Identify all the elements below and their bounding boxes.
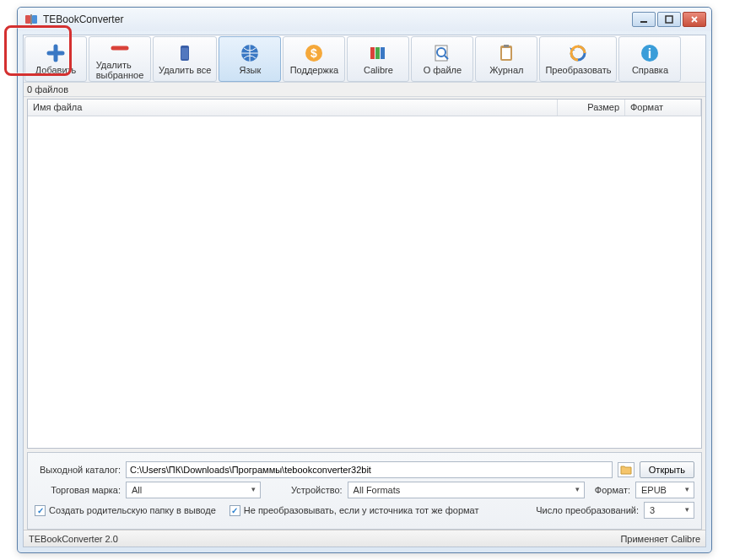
threads-select[interactable]: 3 [644, 502, 694, 519]
btn-label: Преобразовать [545, 65, 611, 75]
btn-label: Calibre [364, 65, 393, 75]
close-button[interactable] [683, 12, 706, 27]
svg-text:i: i [648, 46, 651, 61]
settings-panel: Выходной каталог: Открыть Торговая марка… [27, 452, 702, 530]
list-header: Имя файла Размер Формат [28, 100, 701, 116]
maximize-button[interactable] [657, 12, 681, 27]
btn-label: Удалитьвыбранное [96, 60, 144, 80]
svg-rect-16 [502, 48, 510, 59]
minimize-button[interactable] [632, 12, 656, 27]
create-parent-folder-checkbox[interactable]: ✓Создать родительскую папку в выводе [35, 505, 216, 516]
svg-rect-17 [504, 45, 509, 47]
output-dir-label: Выходной каталог: [35, 465, 121, 475]
device-select[interactable]: All Formats [348, 482, 585, 498]
open-button[interactable]: Открыть [640, 461, 694, 478]
globe-icon [240, 43, 260, 63]
output-dir-input[interactable] [126, 461, 613, 478]
info-icon: i [640, 43, 660, 63]
btn-label: Удалить все [159, 65, 211, 75]
plus-icon [46, 43, 66, 63]
svg-rect-10 [370, 47, 375, 59]
cb2-label: Не преобразовывать, если у источника тот… [244, 505, 479, 515]
btn-label: Добавить [35, 65, 77, 75]
support-button[interactable]: $Поддержка [283, 36, 345, 82]
brand-select[interactable]: All [126, 482, 261, 498]
svg-rect-0 [25, 15, 30, 24]
column-size[interactable]: Размер [558, 100, 625, 116]
file-count-label: 0 файлов [24, 83, 705, 97]
format-select[interactable]: EPUB [635, 482, 694, 498]
status-left: TEBookConverter 2.0 [29, 534, 118, 544]
svg-rect-2 [30, 14, 32, 24]
status-right: Применяет Calibre [620, 534, 700, 544]
cb1-label: Создать родительскую папку в выводе [49, 505, 216, 515]
file-list[interactable]: Имя файла Размер Формат [27, 99, 702, 449]
browse-folder-button[interactable] [618, 462, 634, 477]
svg-rect-12 [381, 47, 385, 59]
help-button[interactable]: iСправка [618, 36, 681, 82]
threads-label: Число преобразований: [536, 505, 639, 515]
titlebar: TEBookConverter [18, 8, 711, 31]
format-label: Формат: [595, 485, 630, 495]
column-filename[interactable]: Имя файла [28, 100, 558, 116]
column-format[interactable]: Формат [625, 100, 701, 116]
add-button[interactable]: Добавить [24, 36, 87, 82]
btn-label: Поддержка [290, 65, 338, 75]
app-icon [24, 13, 38, 26]
journal-button[interactable]: Журнал [475, 36, 537, 82]
delete-selected-button[interactable]: Удалитьвыбранное [89, 36, 151, 82]
window-title: TEBookConverter [41, 13, 632, 25]
device-label: Устройство: [291, 485, 343, 495]
language-button[interactable]: Язык [219, 36, 281, 82]
minus-icon [110, 38, 130, 58]
statusbar: TEBookConverter 2.0 Применяет Calibre [24, 530, 705, 547]
convert-button[interactable]: Преобразовать [539, 36, 617, 82]
btn-label: Язык [240, 65, 262, 75]
about-button[interactable]: О файле [411, 36, 473, 82]
magnifier-icon [432, 43, 452, 63]
dollar-icon: $ [304, 43, 324, 63]
brand-label: Торговая марка: [35, 485, 121, 495]
toolbar: ДобавитьУдалитьвыбранноеУдалить всеЯзык$… [24, 35, 705, 83]
svg-rect-4 [666, 16, 672, 23]
btn-label: Журнал [489, 65, 523, 75]
svg-text:$: $ [310, 46, 317, 60]
books-icon [368, 43, 388, 63]
skip-same-format-checkbox[interactable]: ✓Не преобразовывать, если у источника то… [230, 505, 479, 516]
svg-rect-11 [375, 47, 380, 59]
btn-label: Справка [632, 65, 668, 75]
svg-rect-3 [640, 21, 647, 23]
clipboard-icon [496, 43, 516, 63]
trash-icon [175, 43, 195, 63]
calibre-button[interactable]: Calibre [347, 36, 409, 82]
refresh-icon [568, 43, 588, 63]
svg-rect-6 [181, 48, 188, 59]
delete-all-button[interactable]: Удалить все [153, 36, 217, 82]
svg-rect-1 [32, 15, 37, 24]
btn-label: О файле [424, 65, 462, 75]
